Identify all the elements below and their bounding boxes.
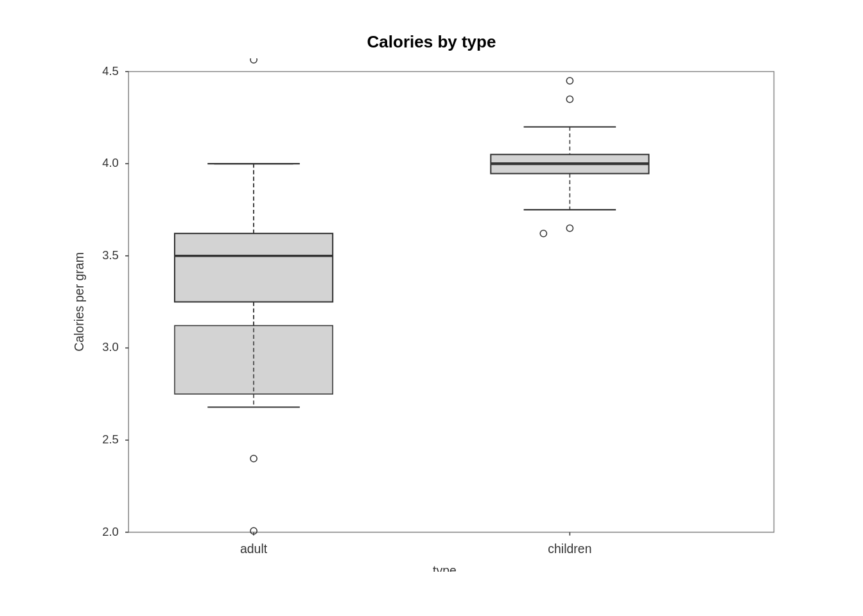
y-tick-2-5: 2.5 [102, 432, 119, 446]
chart-title: Calories by type [46, 32, 817, 52]
x-axis-label: type [433, 563, 457, 572]
x-tick-adult: adult [240, 542, 268, 556]
adult-box-rect [175, 234, 333, 302]
x-tick-children: children [548, 542, 591, 556]
y-tick-4-5: 4.5 [102, 64, 119, 78]
y-tick-3: 3.0 [102, 340, 119, 354]
y-tick-4: 4.0 [102, 156, 119, 169]
chart-container: Calories by type 2.0 2.5 3.0 3.5 4.0 [46, 32, 817, 584]
y-tick-3-5: 3.5 [102, 248, 119, 262]
chart-svg: 2.0 2.5 3.0 3.5 4.0 4.5 Calories per gra… [46, 58, 817, 572]
adult-outlier-3 [250, 58, 257, 63]
chart-area: 2.0 2.5 3.0 3.5 4.0 4.5 Calories per gra… [46, 58, 817, 572]
y-axis-label: Calories per gram [72, 252, 86, 352]
y-tick-2: 2.0 [102, 525, 119, 538]
